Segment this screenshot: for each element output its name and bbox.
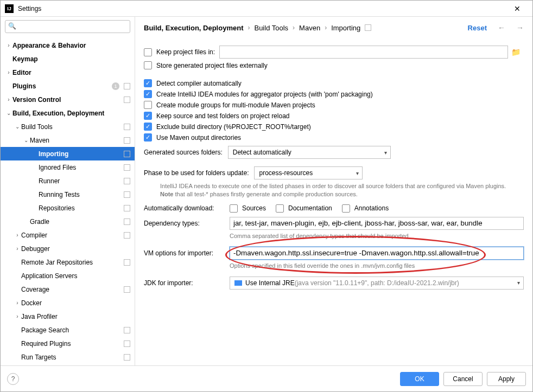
tree-item-editor[interactable]: ›Editor xyxy=(1,66,135,79)
store-external-checkbox[interactable] xyxy=(144,61,152,69)
download-docs-checkbox[interactable] xyxy=(276,204,284,213)
folder-icon[interactable]: 📁 xyxy=(508,48,524,56)
project-marker-icon xyxy=(124,137,130,144)
tree-item-ignored-files[interactable]: Ignored Files xyxy=(1,160,135,174)
project-marker-icon xyxy=(124,191,130,198)
tree-item-version-control[interactable]: ›Version Control xyxy=(1,93,135,106)
project-marker-icon xyxy=(124,205,130,211)
tree-item-repositories[interactable]: Repositories xyxy=(1,201,135,215)
tree-item-label: Editor xyxy=(12,69,130,76)
tree-item-label: Runner xyxy=(39,177,122,185)
phase-hint: IntelliJ IDEA needs to execute one of th… xyxy=(160,182,524,199)
chevron-icon: › xyxy=(14,313,21,319)
tree-item-label: Repositories xyxy=(39,204,122,212)
tree-item-label: Remote Jar Repositories xyxy=(21,259,122,266)
tree-item-gradle[interactable]: Gradle xyxy=(1,215,135,228)
help-button[interactable]: ? xyxy=(7,373,19,385)
exclude-build-label: Exclude build directory (%PROJECT_ROOT%/… xyxy=(156,123,311,131)
breadcrumb-item[interactable]: Build, Execution, Deployment xyxy=(144,24,243,32)
download-annotations-label: Annotations xyxy=(354,204,389,212)
vm-options-input[interactable] xyxy=(230,247,524,260)
breadcrumb-item[interactable]: Build Tools xyxy=(254,24,288,32)
project-marker-icon xyxy=(124,259,130,266)
detect-compiler-checkbox[interactable] xyxy=(144,79,152,87)
jre-icon xyxy=(234,280,242,286)
project-marker-icon xyxy=(124,151,130,157)
tree-item-label: Appearance & Behavior xyxy=(12,42,130,49)
tree-item-build-tools[interactable]: ⌄Build Tools xyxy=(1,120,135,133)
project-marker-icon xyxy=(124,327,130,333)
dialog-footer: ? OK Cancel Apply xyxy=(1,365,532,391)
tree-item-appearance-behavior[interactable]: ›Appearance & Behavior xyxy=(1,38,135,52)
window-title: Settings xyxy=(18,5,506,12)
tree-item-required-plugins[interactable]: Required Plugins xyxy=(1,337,135,350)
create-modules-checkbox[interactable] xyxy=(144,90,152,98)
project-marker-icon xyxy=(124,340,130,347)
breadcrumb-item[interactable]: Maven xyxy=(299,24,320,32)
project-marker-icon xyxy=(124,286,130,293)
tree-item-label: Run Targets xyxy=(21,354,122,361)
create-groups-checkbox[interactable] xyxy=(144,101,152,109)
create-groups-label: Create module groups for multi-module Ma… xyxy=(156,101,315,109)
tree-item-plugins[interactable]: Plugins1 xyxy=(1,79,135,93)
tree-item-java-profiler[interactable]: ›Java Profiler xyxy=(1,310,135,323)
ok-button[interactable]: OK xyxy=(400,372,439,386)
breadcrumb-item: Importing xyxy=(331,24,360,32)
keep-project-files-input[interactable] xyxy=(219,46,508,59)
tree-item-remote-jar-repositories[interactable]: Remote Jar Repositories xyxy=(1,255,135,269)
tree-item-package-search[interactable]: Package Search xyxy=(1,323,135,337)
nav-forward-button[interactable]: → xyxy=(516,23,524,32)
dep-types-input[interactable] xyxy=(230,217,524,230)
tree-item-compiler[interactable]: ›Compiler xyxy=(1,228,135,242)
download-docs-label: Documentation xyxy=(288,204,332,212)
nav-back-button[interactable]: ← xyxy=(498,23,505,32)
tree-item-label: Gradle xyxy=(30,218,122,226)
tree-item-debugger[interactable]: ›Debugger xyxy=(1,242,135,255)
dep-types-label: Dependency types: xyxy=(144,220,230,227)
phase-dropdown[interactable]: process-resources xyxy=(254,166,363,179)
reset-link[interactable]: Reset xyxy=(468,24,487,32)
tree-item-importing[interactable]: Importing xyxy=(1,147,135,160)
generated-sources-dropdown[interactable]: Detect automatically xyxy=(228,146,391,159)
tree-item-label: Build Tools xyxy=(21,123,122,131)
keep-project-files-checkbox[interactable] xyxy=(144,48,152,56)
jdk-dropdown[interactable]: Use Internal JRE (java version "11.0.11+… xyxy=(230,277,524,290)
chevron-icon: › xyxy=(14,246,21,252)
chevron-icon: › xyxy=(5,42,12,48)
chevron-icon: › xyxy=(5,97,12,102)
tree-item-running-tests[interactable]: Running Tests xyxy=(1,188,135,201)
tree-item-label: Keymap xyxy=(12,55,130,63)
tree-item-docker[interactable]: ›Docker xyxy=(1,296,135,310)
keep-source-checkbox[interactable] xyxy=(144,112,152,120)
tree-item-label: Required Plugins xyxy=(21,340,122,348)
chevron-icon: ⌄ xyxy=(5,110,12,116)
settings-search-input[interactable] xyxy=(5,20,130,33)
tree-item-label: Plugins xyxy=(12,82,112,90)
download-annotations-checkbox[interactable] xyxy=(342,204,350,213)
use-maven-output-checkbox[interactable] xyxy=(144,133,152,142)
titlebar: IJ Settings ✕ xyxy=(1,1,532,17)
generated-sources-label: Generated sources folders: xyxy=(144,149,223,156)
detect-compiler-label: Detect compiler automatically xyxy=(156,80,242,87)
project-marker-icon xyxy=(124,83,130,89)
tree-item-run-targets[interactable]: Run Targets xyxy=(1,350,135,364)
tree-item-build-execution-deployment[interactable]: ⌄Build, Execution, Deployment xyxy=(1,106,135,120)
tree-item-keymap[interactable]: Keymap xyxy=(1,52,135,66)
project-marker-icon xyxy=(124,124,130,130)
tree-item-application-servers[interactable]: Application Servers xyxy=(1,269,135,282)
download-sources-checkbox[interactable] xyxy=(230,204,238,213)
tree-item-maven[interactable]: ⌄Maven xyxy=(1,133,135,147)
settings-tree: ›Appearance & BehaviorKeymap›EditorPlugi… xyxy=(1,36,135,365)
tree-item-coverage[interactable]: Coverage xyxy=(1,282,135,296)
close-button[interactable]: ✕ xyxy=(506,4,528,13)
tree-item-runner[interactable]: Runner xyxy=(1,174,135,188)
tree-item-label: Coverage xyxy=(21,286,122,293)
project-marker-icon xyxy=(124,232,130,239)
exclude-build-checkbox[interactable] xyxy=(144,123,152,131)
project-marker-icon xyxy=(124,164,130,171)
apply-button[interactable]: Apply xyxy=(487,372,526,386)
tree-item-label: Compiler xyxy=(21,232,122,239)
tree-item-label: Importing xyxy=(39,150,122,158)
dep-types-hint: Comma separated list of dependency types… xyxy=(230,233,524,239)
cancel-button[interactable]: Cancel xyxy=(443,372,483,386)
